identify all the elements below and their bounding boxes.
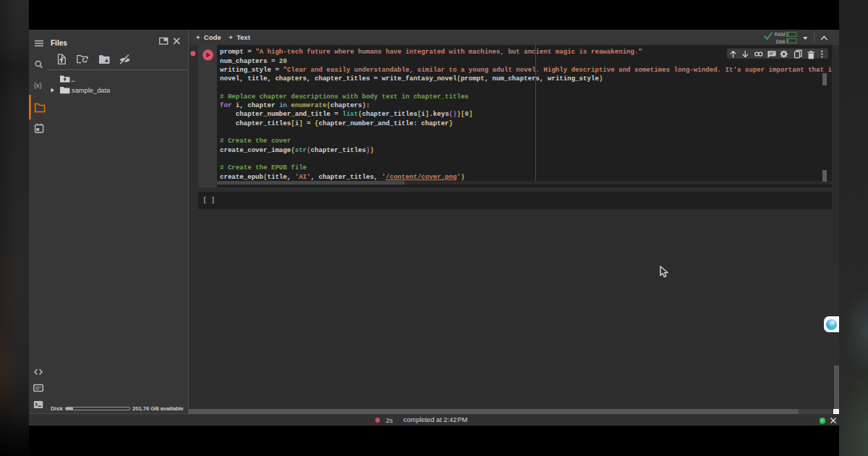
- svg-text:Disk: Disk: [776, 39, 786, 44]
- svg-text:{x}: {x}: [34, 82, 42, 89]
- svg-text:sample_data: sample_data: [72, 87, 111, 94]
- svg-text:..: ..: [72, 75, 75, 83]
- svg-text:RAM: RAM: [775, 32, 786, 37]
